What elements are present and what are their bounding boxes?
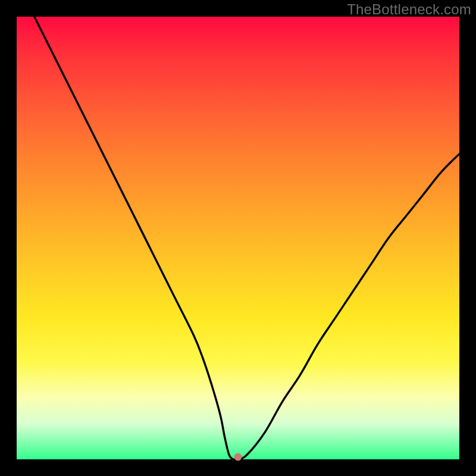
optimal-point-marker: [234, 453, 242, 461]
bottleneck-curve: [17, 17, 459, 459]
watermark-label: TheBottleneck.com: [347, 1, 471, 18]
chart-frame: TheBottleneck.com: [0, 0, 476, 476]
plot-area: [17, 17, 459, 459]
